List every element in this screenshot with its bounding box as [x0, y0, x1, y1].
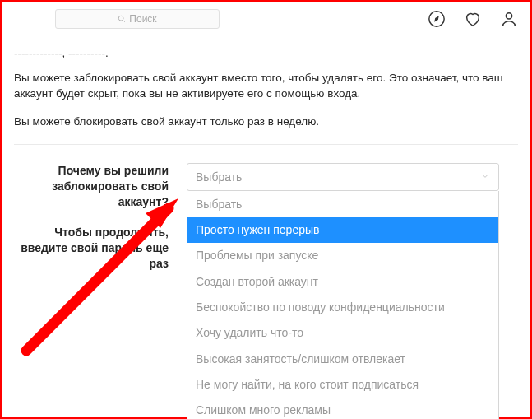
why-label: Почему вы решили заблокировать свой акка… [14, 163, 169, 210]
search-input[interactable]: Поиск [55, 9, 220, 29]
profile-icon[interactable] [500, 10, 518, 28]
password-label: Чтобы продолжить, введите свой пароль ещ… [14, 225, 169, 272]
reason-option[interactable]: Беспокойство по поводу конфиденциальност… [187, 294, 498, 319]
info-paragraph-1: Вы можете заблокировать свой аккаунт вме… [14, 70, 518, 102]
reason-option[interactable]: Высокая занятость/слишком отвлекает [187, 346, 498, 371]
search-placeholder: Поиск [129, 13, 156, 25]
search-icon [118, 15, 126, 23]
svg-marker-3 [434, 16, 439, 21]
chevron-down-icon [480, 169, 490, 185]
reason-option[interactable]: Хочу удалить что-то [187, 320, 498, 346]
select-placeholder: Выбрать [196, 169, 242, 185]
explore-icon[interactable] [428, 10, 446, 28]
svg-point-0 [119, 16, 124, 21]
reason-option[interactable]: Просто нужен перерыв [187, 217, 498, 243]
reason-select[interactable]: Выбрать [187, 163, 499, 191]
reason-option[interactable]: Не могу найти, на кого стоит подписаться [187, 371, 498, 397]
reason-option[interactable]: Проблемы при запуске [187, 243, 498, 268]
heart-icon[interactable] [464, 10, 482, 28]
truncated-line: -------------, ----------. [14, 45, 518, 62]
reason-option[interactable]: Создан второй аккаунт [187, 268, 498, 294]
divider [14, 144, 518, 145]
info-paragraph-2: Вы можете блокировать свой аккаунт тольк… [14, 114, 518, 130]
reason-option[interactable]: Выбрать [187, 191, 498, 216]
top-bar: Поиск [2, 2, 530, 35]
reason-option[interactable]: Слишком много рекламы [187, 398, 498, 419]
svg-point-4 [506, 12, 511, 18]
svg-line-1 [123, 20, 126, 22]
reason-dropdown: ВыбратьПросто нужен перерывПроблемы при … [187, 191, 499, 419]
